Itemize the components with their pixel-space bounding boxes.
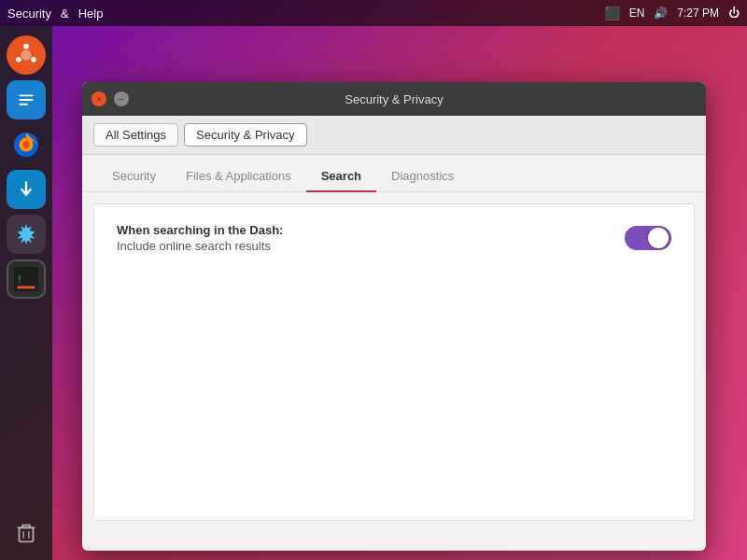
clock: 7:27 PM (677, 7, 719, 20)
toggle-knob (648, 228, 669, 248)
search-setting-row: When searching in the Dash: Include onli… (117, 223, 671, 253)
close-button[interactable]: × (92, 91, 106, 106)
svg-point-4 (16, 57, 21, 63)
topbar-right: ⬛ EN 🔊 7:27 PM ⏻ (604, 6, 740, 21)
tab-diagnostics[interactable]: Diagnostics (376, 161, 469, 192)
svg-point-2 (23, 44, 29, 49)
svg-rect-17 (20, 527, 34, 541)
window-bottom-padding (82, 532, 706, 551)
topbar-left: Security & Help (7, 7, 103, 21)
dock-item-ubuntu[interactable] (7, 35, 46, 75)
svg-rect-8 (20, 104, 28, 105)
content-area: When searching in the Dash: Include onli… (93, 203, 695, 521)
close-icon: × (96, 93, 102, 105)
titlebar: × − Security & Privacy (82, 82, 706, 116)
language-indicator[interactable]: EN (629, 7, 645, 20)
setting-labels: When searching in the Dash: Include onli… (117, 223, 283, 253)
setting-title: When searching in the Dash: (117, 223, 283, 237)
minimize-button[interactable]: − (114, 91, 129, 106)
minimize-icon: − (119, 93, 124, 105)
breadcrumb-bar: All Settings Security & Privacy (82, 116, 706, 155)
app-menu-security[interactable]: Security (7, 7, 51, 21)
dock-item-security-app[interactable]: ! (7, 259, 46, 299)
window-title: Security & Privacy (345, 92, 443, 106)
dock-item-trash[interactable] (7, 513, 46, 553)
monitor-icon: ⬛ (604, 6, 620, 21)
dock: ! (0, 26, 52, 560)
tab-search[interactable]: Search (306, 161, 376, 192)
dock-item-system-tools[interactable] (7, 215, 46, 254)
svg-point-1 (21, 49, 31, 60)
setting-subtitle: Include online search results (117, 239, 283, 253)
tab-security[interactable]: Security (97, 161, 171, 192)
topbar-separator: & (61, 7, 69, 21)
main-window: × − Security & Privacy All Settings Secu… (82, 82, 706, 551)
topbar: Security & Help ⬛ EN 🔊 7:27 PM ⏻ (0, 0, 747, 26)
svg-text:!: ! (17, 273, 22, 285)
dock-item-firefox[interactable] (7, 125, 46, 164)
all-settings-button[interactable]: All Settings (93, 123, 178, 147)
volume-icon: 🔊 (654, 7, 668, 20)
svg-rect-6 (20, 94, 34, 96)
svg-rect-7 (20, 99, 34, 101)
current-section-button[interactable]: Security & Privacy (184, 123, 306, 147)
app-menu-help[interactable]: Help (78, 7, 104, 21)
dock-item-files[interactable] (7, 80, 46, 119)
tabs-bar: Security Files & Applications Search Dia… (82, 155, 706, 192)
online-search-toggle[interactable] (625, 226, 671, 250)
svg-point-11 (22, 141, 30, 148)
svg-point-3 (31, 57, 36, 63)
svg-rect-15 (18, 287, 35, 289)
dock-item-store[interactable] (7, 170, 46, 209)
tab-files-applications[interactable]: Files & Applications (171, 161, 306, 192)
power-icon[interactable]: ⏻ (728, 7, 740, 20)
